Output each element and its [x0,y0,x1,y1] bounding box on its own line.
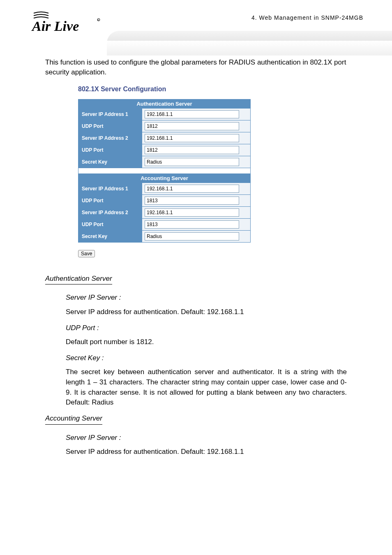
auth-ip2-label: Server IP Address 2 [78,132,142,144]
breadcrumb: 4. Web Management in SNMP-24MGB [251,14,363,21]
acct-ip1-input[interactable] [145,185,239,193]
auth-ip2-input[interactable] [145,134,239,142]
header-bar-graphic [107,31,392,56]
svg-text:Air Live: Air Live [31,18,79,34]
auth-ip1-input[interactable] [145,110,239,118]
acct-desc-heading: Accounting Server [45,414,102,425]
acct-ip-desc-label: Server IP Server : [66,434,121,442]
parameter-descriptions: Authentication Server Server IP Server :… [45,274,347,457]
intro-text: This function is used to configure the g… [45,58,347,77]
auth-port1-label: UDP Port [78,120,142,132]
auth-group-header: Authentication Server [78,99,251,108]
auth-ip-desc-text: Server IP address for authentication. De… [66,307,347,317]
auth-key-desc-label: Secret Key : [66,354,104,362]
acct-port1-input[interactable] [145,197,239,205]
acct-key-label: Secret Key [78,230,142,242]
auth-port-desc-label: UDP Port : [66,324,99,332]
svg-text:R: R [97,19,99,21]
auth-port1-input[interactable] [145,122,239,130]
auth-ip-desc-label: Server IP Server : [66,294,121,301]
acct-port2-input[interactable] [145,220,239,229]
auth-key-label: Secret Key [78,156,142,168]
auth-key-input[interactable] [145,158,239,166]
config-panel: 802.1X Server Configuration Authenticati… [78,86,367,257]
table-spacer [78,168,251,173]
auth-key-desc-text: The secret key between authentication se… [66,367,347,408]
save-button[interactable]: Save [78,250,95,257]
auth-port-desc-text: Default port number is 1812. [66,337,347,347]
page-header: Air Live R 4. Web Management in SNMP-24M… [25,8,367,41]
auth-port2-input[interactable] [145,146,239,154]
config-table: Authentication Server Server IP Address … [78,99,251,243]
acct-port1-label: UDP Port [78,194,142,206]
config-title: 802.1X Server Configuration [78,86,367,93]
acct-ip1-label: Server IP Address 1 [78,183,142,194]
acct-ip2-label: Server IP Address 2 [78,206,142,218]
acct-group-header: Accounting Server [78,173,251,183]
auth-desc-heading: Authentication Server [45,274,112,285]
acct-ip2-input[interactable] [145,208,239,217]
acct-ip-desc-text: Server IP address for authentication. De… [66,447,347,457]
brand-logo: Air Live R [29,8,103,39]
auth-port2-label: UDP Port [78,144,142,156]
auth-ip1-label: Server IP Address 1 [78,108,142,120]
acct-port2-label: UDP Port [78,218,142,230]
acct-key-input[interactable] [145,232,239,240]
